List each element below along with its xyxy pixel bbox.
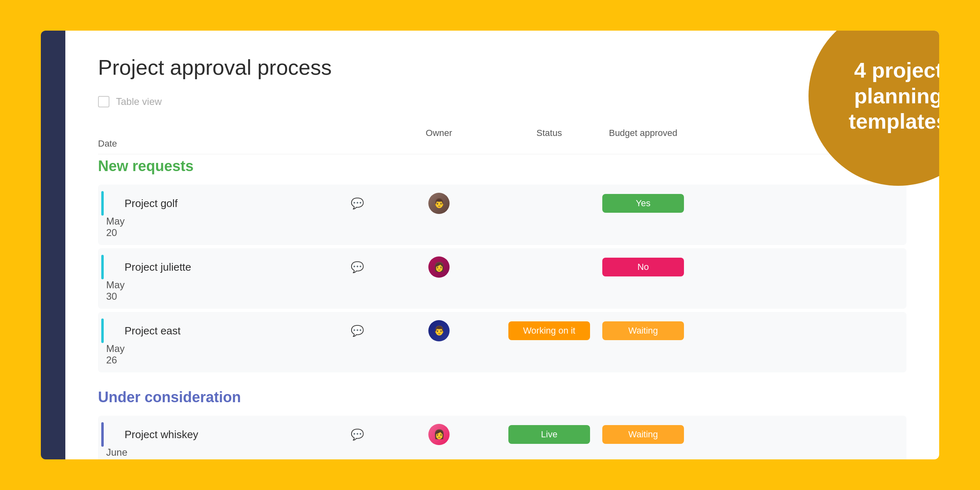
table-row: Project golf 💬 👨 Yes May 20: [98, 185, 906, 245]
col-budget: Budget approved: [602, 128, 684, 138]
budget-badge-whiskey: Waiting: [602, 425, 684, 444]
table-row: Project east 💬 👨 Working on it Waiting M…: [98, 312, 906, 372]
row-accent-east: [101, 318, 104, 343]
date-juliette: May 30: [98, 279, 120, 302]
owner-col-golf: 👨: [382, 193, 496, 214]
project-name-whiskey: Project whiskey: [120, 428, 333, 441]
avatar-golf: 👨: [428, 193, 450, 214]
comment-icon-juliette[interactable]: 💬: [333, 261, 382, 274]
section-title-new-requests: New requests: [98, 158, 906, 175]
table-view-label: Table view: [116, 96, 162, 107]
owner-col-east: 👨: [382, 320, 496, 341]
row-accent-juliette: [101, 255, 104, 279]
col-owner: Owner: [382, 128, 496, 138]
status-col-whiskey: Live: [496, 425, 602, 444]
table-headers: Owner Status Budget approved Date: [98, 128, 906, 154]
page-wrapper: 4 project planning templates Project app…: [41, 31, 939, 459]
budget-col-east: Waiting: [602, 321, 684, 340]
status-col-golf: [496, 199, 602, 207]
avatar-juliette: 👩: [428, 256, 450, 278]
row-accent-whiskey: [101, 422, 104, 447]
col-accent: [98, 128, 120, 138]
owner-col-whiskey: 👩: [382, 424, 496, 445]
promo-circle-text: 4 project planning templates: [841, 49, 939, 142]
col-status: Status: [496, 128, 602, 138]
budget-col-juliette: No: [602, 258, 684, 276]
status-badge-juliette: [508, 263, 590, 271]
table-view-checkbox[interactable]: [98, 96, 109, 107]
status-badge-whiskey: Live: [508, 425, 590, 444]
col-name: [120, 128, 333, 138]
main-panel: 4 project planning templates Project app…: [65, 31, 939, 459]
page-title: Project approval process: [98, 55, 906, 80]
project-name-juliette: Project juliette: [120, 261, 333, 274]
sidebar-strip: [41, 31, 65, 459]
section-new-requests: New requests Project golf 💬 👨 Yes May 20: [98, 158, 906, 372]
budget-badge-east: Waiting: [602, 321, 684, 340]
comment-icon-whiskey[interactable]: 💬: [333, 428, 382, 441]
col-comment: [333, 128, 382, 138]
status-badge-east: Working on it: [508, 321, 590, 340]
comment-icon-east[interactable]: 💬: [333, 325, 382, 337]
status-col-east: Working on it: [496, 321, 602, 340]
section-title-under-consideration: Under consideration: [98, 389, 906, 406]
col-date: Date: [98, 138, 120, 149]
budget-col-whiskey: Waiting: [602, 425, 684, 444]
date-golf: May 20: [98, 216, 120, 238]
row-accent-golf: [101, 191, 104, 216]
project-name-golf: Project golf: [120, 197, 333, 210]
budget-badge-golf: Yes: [602, 194, 684, 213]
owner-col-juliette: 👩: [382, 256, 496, 278]
date-east: May 26: [98, 343, 120, 366]
view-toggle[interactable]: Table view: [98, 96, 906, 107]
comment-icon-golf[interactable]: 💬: [333, 197, 382, 210]
table-row: Project juliette 💬 👩 No May 30: [98, 248, 906, 309]
status-col-juliette: [496, 263, 602, 271]
budget-col-golf: Yes: [602, 194, 684, 213]
table-row: Project whiskey 💬 👩 Live Waiting June 15: [98, 416, 906, 459]
budget-badge-juliette: No: [602, 258, 684, 276]
avatar-whiskey: 👩: [428, 424, 450, 445]
section-under-consideration: Under consideration Project whiskey 💬 👩 …: [98, 389, 906, 459]
date-whiskey: June 15: [98, 447, 120, 459]
avatar-east: 👨: [428, 320, 450, 341]
status-badge-golf: [508, 199, 590, 207]
project-name-east: Project east: [120, 325, 333, 337]
